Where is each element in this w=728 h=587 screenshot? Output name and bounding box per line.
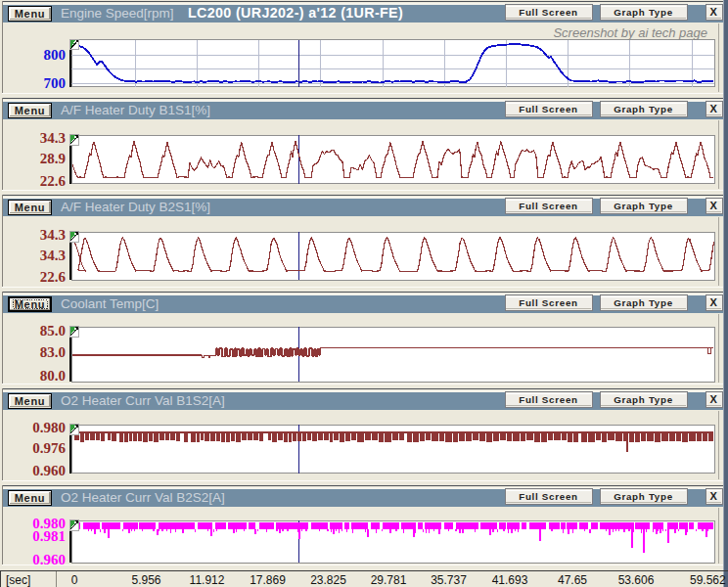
- svg-text:Screenshot by ai tech page: Screenshot by ai tech page: [553, 25, 707, 40]
- svg-text:700: 700: [44, 75, 67, 91]
- svg-text:Full Screen: Full Screen: [519, 491, 578, 502]
- svg-text:X: X: [709, 103, 717, 114]
- svg-text:Menu: Menu: [15, 8, 46, 20]
- svg-text:0: 0: [71, 573, 78, 587]
- svg-text:22.6: 22.6: [40, 269, 67, 285]
- svg-text:47.65: 47.65: [558, 573, 587, 587]
- svg-text:Menu: Menu: [15, 492, 46, 504]
- svg-text:0.976: 0.976: [32, 440, 66, 456]
- svg-text:Full Screen: Full Screen: [519, 201, 578, 211]
- svg-text:11.912: 11.912: [190, 573, 225, 587]
- svg-text:X: X: [709, 490, 717, 502]
- svg-text:85.0: 85.0: [40, 323, 66, 339]
- svg-text:41.693: 41.693: [492, 573, 528, 587]
- svg-text:35.737: 35.737: [431, 573, 467, 587]
- svg-text:A/F Heater Duty B2S1[%]: A/F Heater Duty B2S1[%]: [61, 200, 210, 214]
- svg-text:0.980: 0.980: [32, 420, 66, 435]
- svg-text:0.960: 0.960: [32, 552, 66, 567]
- svg-text:0.981: 0.981: [32, 528, 66, 544]
- svg-text:X: X: [709, 296, 717, 308]
- svg-text:Menu: Menu: [15, 298, 46, 310]
- svg-text:34.3: 34.3: [40, 248, 66, 263]
- svg-text:Menu: Menu: [15, 202, 46, 213]
- svg-text:A/F Heater Duty B1S1[%]: A/F Heater Duty B1S1[%]: [61, 103, 210, 117]
- svg-text:28.9: 28.9: [40, 151, 66, 166]
- svg-text:Menu: Menu: [15, 105, 46, 116]
- svg-text:59.562: 59.562: [690, 573, 726, 587]
- svg-text:5.956: 5.956: [131, 573, 160, 587]
- svg-text:Graph Type: Graph Type: [614, 297, 673, 308]
- svg-text:800: 800: [44, 47, 67, 63]
- svg-text:Menu: Menu: [15, 395, 46, 407]
- svg-text:Graph Type: Graph Type: [614, 201, 673, 211]
- svg-text:53.606: 53.606: [618, 573, 655, 587]
- svg-text:83.0: 83.0: [40, 344, 66, 360]
- svg-text:X: X: [709, 6, 717, 18]
- svg-text:Graph Type: Graph Type: [614, 394, 673, 405]
- svg-text:29.781: 29.781: [371, 573, 407, 587]
- svg-text:Full Screen: Full Screen: [519, 297, 578, 308]
- svg-text:O2 Heater Curr Val B2S2[A]: O2 Heater Curr Val B2S2[A]: [61, 490, 225, 505]
- svg-text:Full Screen: Full Screen: [519, 104, 578, 114]
- svg-text:Graph Type: Graph Type: [614, 7, 673, 18]
- svg-text:[sec]: [sec]: [6, 573, 30, 587]
- svg-text:0.960: 0.960: [32, 463, 66, 478]
- svg-text:Coolant Temp[C]: Coolant Temp[C]: [61, 296, 159, 311]
- svg-text:X: X: [709, 200, 717, 211]
- svg-text:23.825: 23.825: [310, 573, 346, 587]
- svg-text:Full Screen: Full Screen: [519, 7, 578, 18]
- svg-text:22.6: 22.6: [40, 173, 67, 189]
- svg-text:X: X: [709, 393, 717, 405]
- svg-text:17.869: 17.869: [250, 573, 286, 587]
- svg-text:34.3: 34.3: [40, 227, 66, 243]
- svg-text:80.0: 80.0: [40, 368, 66, 384]
- svg-text:Full Screen: Full Screen: [519, 394, 578, 405]
- svg-text:34.3: 34.3: [40, 130, 66, 146]
- svg-text:Graph Type: Graph Type: [614, 491, 673, 502]
- svg-text:Graph Type: Graph Type: [614, 104, 673, 114]
- svg-text:Engine Speed[rpm]: Engine Speed[rpm]: [61, 6, 174, 21]
- svg-text:O2 Heater Curr Val B1S2[A]: O2 Heater Curr Val B1S2[A]: [61, 393, 225, 408]
- svg-text:LC200 (URJ202-) a'12 (1UR-FE): LC200 (URJ202-) a'12 (1UR-FE): [188, 5, 403, 21]
